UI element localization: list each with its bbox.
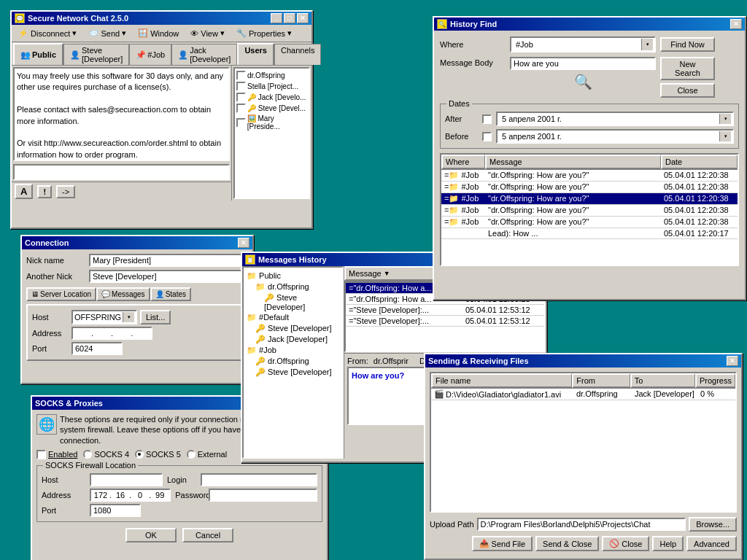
tree-item-steve3[interactable]: 🔑 Steve [Developer] xyxy=(247,367,339,378)
connection-titlebar[interactable]: Connection ✕ xyxy=(22,236,252,249)
tree-item-droffspring2[interactable]: 🔑 dr.Offspring xyxy=(247,356,339,367)
minimize-btn[interactable]: _ xyxy=(271,13,282,23)
list-btn[interactable]: List... xyxy=(140,310,171,324)
tab-steve[interactable]: 👤 Steve [Developer] xyxy=(63,44,129,65)
tab-states-btn[interactable]: 👤 States xyxy=(150,287,191,301)
user-item[interactable]: 🔑 Steve [Devel... xyxy=(236,103,307,114)
fw-login-input[interactable] xyxy=(201,473,317,486)
msg-row[interactable]: ="Steve [Developer]:... 05.04.01 12:53:1… xyxy=(346,305,544,316)
msg-body-input[interactable] xyxy=(510,57,656,70)
where-label: Where xyxy=(440,40,506,49)
socks5-radio[interactable]: SOCKS 5 xyxy=(135,450,181,459)
tab-job[interactable]: 📌 #Job xyxy=(129,44,171,65)
fw-host-input[interactable] xyxy=(90,473,163,486)
date-col: Date xyxy=(661,155,738,169)
properties-btn[interactable]: 🔧 Properties ▾ xyxy=(231,26,297,40)
socks-ok-btn[interactable]: OK xyxy=(125,528,177,542)
browse-btn[interactable]: Browse... xyxy=(689,517,737,532)
fw-host-label: Host xyxy=(42,475,85,484)
enabled-checkbox[interactable] xyxy=(36,450,46,459)
advanced-btn[interactable]: Advanced xyxy=(686,536,737,551)
new-search-btn[interactable]: New Search xyxy=(660,57,715,80)
find-now-btn[interactable]: Find Now xyxy=(660,37,715,52)
send-close-btn[interactable]: Send & Close xyxy=(535,536,599,551)
tree-item-public[interactable]: 📁 Public xyxy=(247,271,339,281)
result-row[interactable]: =📁 #Job "dr.Offspring: How are you?" 05.… xyxy=(441,170,738,182)
nick-name-input[interactable] xyxy=(89,254,248,267)
format-btn[interactable]: A xyxy=(15,184,33,199)
from-value: dr.Offsprir xyxy=(374,357,409,365)
main-chat-titlebar[interactable]: 💬 Secure Network Chat 2.5.0 _ □ ✕ xyxy=(12,12,311,25)
close-icon: 🚫 xyxy=(609,539,619,548)
tab-jack[interactable]: 👤 Jack [Developer] xyxy=(171,44,237,65)
sending-files-window: Sending & Receiving Files ✕ File name Fr… xyxy=(424,353,743,560)
socks4-radio[interactable]: SOCKS 4 xyxy=(83,450,129,459)
tree-item-droffspring[interactable]: 📁 dr.Offspring xyxy=(247,281,339,292)
tab-messages-btn[interactable]: 💬 Messages xyxy=(96,287,150,301)
conn-close-btn[interactable]: ✕ xyxy=(238,238,249,248)
send-file-btn[interactable]: 📤 Send File xyxy=(472,536,533,551)
after-select[interactable]: 5 апреля 2001 г. ▾ xyxy=(496,112,734,126)
tree-item-default[interactable]: 📁 #Default xyxy=(247,312,339,323)
upload-path-input[interactable] xyxy=(477,518,686,531)
fw-password-input[interactable] xyxy=(209,489,317,502)
fw-port-input[interactable] xyxy=(90,504,141,517)
msg-body-label: Message Body xyxy=(440,58,506,67)
send-btn[interactable]: 📨 Send ▾ xyxy=(83,26,131,40)
jack-icon: 👤 xyxy=(178,50,188,60)
result-row[interactable]: =📁 #Job "dr.Offspring: How are you?" 05.… xyxy=(441,182,738,193)
result-row[interactable]: =📁 #Job "dr.Offspring: How are you?" 05.… xyxy=(441,217,738,228)
disconnect-btn[interactable]: ⚡ Disconnect ▾ xyxy=(13,26,82,40)
msg-row[interactable]: ="Steve [Developer]:... 05.04.01 12:53:1… xyxy=(346,316,544,327)
before-checkbox[interactable] xyxy=(482,132,492,141)
tab-users[interactable]: Users xyxy=(237,43,274,65)
tab-channels[interactable]: Channels xyxy=(274,44,321,65)
tree-item-steve2[interactable]: 🔑 Steve [Developer] xyxy=(247,323,339,334)
where-select[interactable]: #Job ▾ xyxy=(510,36,656,52)
tab-public[interactable]: 👥 Public xyxy=(13,43,63,65)
result-row[interactable]: =📁 #Job "dr.Offspring: How are you?" 05.… xyxy=(441,205,738,217)
user-item[interactable]: Stella [Project... xyxy=(236,81,307,92)
window-btn[interactable]: 🪟 Window xyxy=(133,26,184,40)
send-file-icon: 📤 xyxy=(479,539,489,548)
tab-server-btn[interactable]: 🖥 Server Location xyxy=(26,287,96,301)
result-row[interactable]: Lead): How ... 05.04.01 12:20:17 xyxy=(441,228,738,239)
user-item[interactable]: dr.Offspring xyxy=(236,70,307,81)
hf-close-btn[interactable]: ✕ xyxy=(730,19,742,29)
sf-close2-btn[interactable]: 🚫 Close xyxy=(602,536,649,551)
user-item[interactable]: 🔑 Jack [Develo... xyxy=(236,92,307,103)
after-checkbox[interactable] xyxy=(482,114,492,124)
view-btn[interactable]: 👁 View ▾ xyxy=(185,26,230,40)
file-row[interactable]: 🎬 D:\Video\Gladiator\gladiator1.avi dr.O… xyxy=(431,389,735,400)
steve-icon: 👤 xyxy=(70,50,80,60)
nick-name-label: Nick name xyxy=(26,256,85,265)
sending-files-titlebar[interactable]: Sending & Receiving Files ✕ xyxy=(425,354,741,368)
where-col: Where xyxy=(441,155,485,169)
address-label: Address xyxy=(32,329,69,338)
external-radio[interactable]: External xyxy=(187,450,227,459)
history-icon: 📋 xyxy=(245,254,255,265)
address-input[interactable]: . . . xyxy=(71,327,152,340)
send-icon-btn[interactable]: -> xyxy=(56,185,75,198)
tree-item-steve[interactable]: 🔑 Steve [Developer] xyxy=(247,292,339,312)
history-find-titlebar[interactable]: 🔍 History Find ✕ xyxy=(434,18,745,31)
maximize-btn[interactable]: □ xyxy=(284,13,295,23)
user-item[interactable]: 🖼️ Mary [Preside... xyxy=(236,114,307,131)
fw-address-input[interactable]: . . . xyxy=(90,489,171,502)
chat-input[interactable] xyxy=(13,164,230,180)
alert-btn[interactable]: ! xyxy=(37,185,52,198)
help-btn[interactable]: Help xyxy=(652,536,684,551)
result-row[interactable]: =📁 #Job "dr.Offspring: How are you?" 05.… xyxy=(441,193,738,205)
sending-files-title: Sending & Receiving Files xyxy=(428,357,529,365)
before-select[interactable]: 5 апреля 2001 г. ▾ xyxy=(496,129,734,144)
enabled-checkbox-group[interactable]: Enabled xyxy=(36,450,77,459)
host-select[interactable]: OFFSPRING ▾ xyxy=(71,310,137,324)
tree-item-job[interactable]: 📁 #Job xyxy=(247,345,339,356)
close-btn[interactable]: ✕ xyxy=(297,13,309,23)
another-nick-input[interactable] xyxy=(89,270,248,283)
sf-close-btn[interactable]: ✕ xyxy=(727,356,738,366)
tree-item-jack[interactable]: 🔑 Jack [Developer] xyxy=(247,334,339,345)
port-input[interactable] xyxy=(71,342,123,355)
hf-close-btn2[interactable]: Close xyxy=(660,83,715,98)
socks-cancel-btn[interactable]: Cancel xyxy=(182,528,233,542)
